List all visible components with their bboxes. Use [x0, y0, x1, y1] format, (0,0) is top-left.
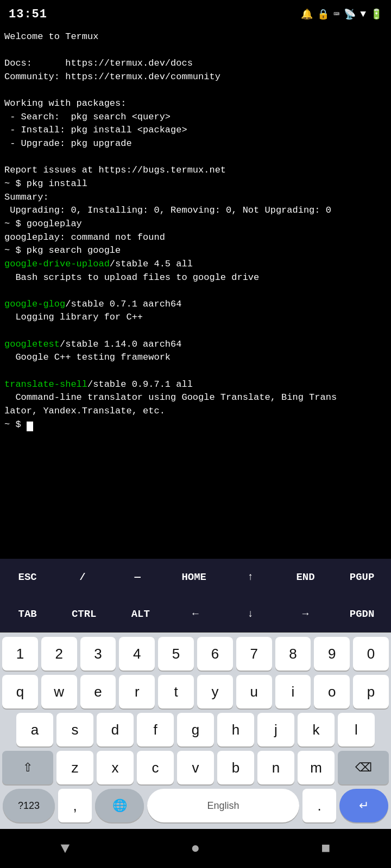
key-j[interactable]: j: [257, 713, 294, 746]
key-5[interactable]: 5: [158, 637, 194, 671]
key-2[interactable]: 2: [41, 637, 77, 671]
key-i[interactable]: i: [275, 675, 311, 709]
shift-key[interactable]: ⇧: [2, 751, 53, 784]
key-l[interactable]: l: [338, 713, 375, 746]
key-1[interactable]: 1: [2, 637, 38, 671]
terminal-line: ~ $ pkg search google: [4, 244, 387, 258]
back-button[interactable]: ▼: [48, 836, 83, 861]
terminal-line: Bash scripts to upload files to google d…: [4, 271, 387, 285]
symbols-key[interactable]: ?123: [3, 789, 55, 822]
key-r[interactable]: r: [119, 675, 155, 709]
terminal-line: - Install: pkg install <package>: [4, 124, 387, 137]
period-key[interactable]: .: [302, 789, 336, 822]
down-arrow-key[interactable]: ↓: [234, 604, 267, 624]
terminal-line: googleplay: command not found: [4, 231, 387, 245]
home-key[interactable]: HOME: [176, 567, 212, 588]
terminal-line: Community: https://termux.dev/community: [4, 71, 387, 84]
up-arrow-key[interactable]: ↑: [234, 567, 267, 588]
key-7[interactable]: 7: [236, 637, 272, 671]
nav-bar: ▼ ● ■: [0, 829, 391, 868]
terminal-icon: ⌨: [333, 8, 339, 20]
key-k[interactable]: k: [298, 713, 335, 746]
key-n[interactable]: n: [257, 751, 294, 784]
key-p[interactable]: p: [353, 675, 389, 709]
key-q[interactable]: q: [2, 675, 38, 709]
key-9[interactable]: 9: [314, 637, 350, 671]
key-3[interactable]: 3: [80, 637, 116, 671]
status-time: 13:51: [9, 8, 47, 21]
pgdn-key[interactable]: PGDN: [344, 604, 380, 624]
key-a[interactable]: a: [16, 713, 53, 746]
status-icons: 🔔 🔒 ⌨ 📡 ▼ 🔋: [301, 8, 382, 20]
key-d[interactable]: d: [97, 713, 134, 746]
keyboard: 1 2 3 4 5 6 7 8 9 0 q w e r t y u i o p …: [0, 633, 391, 829]
right-arrow-key[interactable]: →: [289, 604, 321, 624]
key-z[interactable]: z: [56, 751, 93, 784]
terminal-line: Logging library for C++: [4, 311, 387, 324]
terminal-line: [4, 44, 387, 58]
key-g[interactable]: g: [177, 713, 214, 746]
key-6[interactable]: 6: [197, 637, 233, 671]
key-w[interactable]: w: [41, 675, 77, 709]
keyboard-row-bottom: ?123 , 🌐 English . ↵: [2, 789, 389, 822]
terminal-line: Welcome to Termux: [4, 30, 387, 44]
key-x[interactable]: x: [97, 751, 134, 784]
key-h[interactable]: h: [217, 713, 254, 746]
terminal-line: Working with packages:: [4, 97, 387, 111]
terminal-line: [4, 151, 387, 164]
terminal-line: Docs: https://termux.dev/docs: [4, 57, 387, 71]
terminal-line: [4, 365, 387, 378]
status-bar: 13:51 🔔 🔒 ⌨ 📡 ▼ 🔋: [0, 0, 391, 28]
battery-icon: 🔋: [370, 8, 382, 20]
terminal-line: Command-line translator using Google Tra…: [4, 391, 387, 405]
pgup-key[interactable]: PGUP: [344, 567, 380, 588]
key-e[interactable]: e: [80, 675, 116, 709]
key-c[interactable]: c: [137, 751, 174, 784]
terminal-line: ~ $ googleplay: [4, 218, 387, 231]
key-o[interactable]: o: [314, 675, 350, 709]
left-arrow-key[interactable]: ←: [179, 604, 212, 624]
key-v[interactable]: v: [177, 751, 214, 784]
cursor: [27, 422, 33, 431]
key-b[interactable]: b: [217, 751, 254, 784]
key-s[interactable]: s: [56, 713, 93, 746]
tab-key[interactable]: TAB: [11, 604, 44, 624]
ctrl-key[interactable]: CTRL: [66, 604, 102, 624]
terminal-line: google-drive-upload/stable 4.5 all: [4, 258, 387, 271]
key-t[interactable]: t: [158, 675, 194, 709]
key-f[interactable]: f: [137, 713, 174, 746]
terminal-line: ~ $ pkg install: [4, 177, 387, 191]
terminal-line: Google C++ testing framework: [4, 351, 387, 365]
alt-key[interactable]: ALT: [124, 604, 157, 624]
language-key[interactable]: 🌐: [95, 789, 144, 822]
key-4[interactable]: 4: [119, 637, 155, 671]
keyboard-row-numbers: 1 2 3 4 5 6 7 8 9 0: [2, 637, 389, 671]
slash-key[interactable]: /: [66, 567, 99, 588]
dash-key[interactable]: —: [121, 567, 154, 588]
terminal-line: googletest/stable 1.14.0 aarch64: [4, 338, 387, 352]
backspace-key[interactable]: ⌫: [338, 751, 389, 784]
key-m[interactable]: m: [298, 751, 335, 784]
terminal-output[interactable]: Welcome to Termux Docs: https://termux.d…: [0, 28, 391, 559]
terminal-line: - Upgrade: pkg upgrade: [4, 137, 387, 151]
end-key[interactable]: END: [289, 567, 321, 588]
key-y[interactable]: y: [197, 675, 233, 709]
terminal-line: [4, 84, 387, 98]
key-8[interactable]: 8: [275, 637, 311, 671]
keyboard-row-asdf: a s d f g h j k l: [2, 713, 389, 746]
extra-keys-row2: TAB CTRL ALT ← ↓ → PGDN: [0, 596, 391, 633]
cast-icon: 📡: [344, 8, 356, 20]
recents-button[interactable]: ■: [308, 836, 344, 861]
extra-keys-row1: ESC / — HOME ↑ END PGUP: [0, 559, 391, 596]
enter-key[interactable]: ↵: [339, 789, 388, 822]
terminal-line: Upgrading: 0, Installing: 0, Removing: 0…: [4, 204, 387, 218]
esc-key[interactable]: ESC: [11, 567, 44, 588]
terminal-line: [4, 284, 387, 298]
space-key[interactable]: English: [147, 789, 299, 822]
home-button[interactable]: ●: [178, 836, 213, 861]
terminal-line: translate-shell/stable 0.9.7.1 all: [4, 378, 387, 392]
key-0[interactable]: 0: [353, 637, 389, 671]
terminal-line: Summary:: [4, 191, 387, 205]
comma-key[interactable]: ,: [58, 789, 92, 822]
key-u[interactable]: u: [236, 675, 272, 709]
